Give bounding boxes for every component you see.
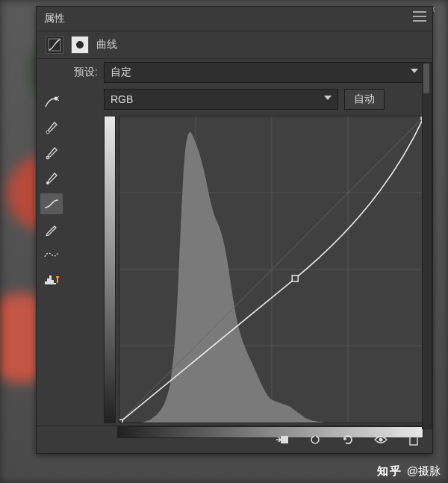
- curves-adjustment-icon: [46, 36, 63, 54]
- preset-label: 预设:: [69, 66, 98, 79]
- adjustment-type-row: 曲线: [37, 31, 432, 59]
- chevron-down-icon: [324, 96, 332, 100]
- panel-title: 属性: [44, 12, 65, 25]
- svg-rect-14: [410, 437, 417, 445]
- previous-state-icon[interactable]: [307, 431, 323, 448]
- preset-value: 自定: [111, 66, 131, 79]
- pencil-icon[interactable]: [40, 219, 63, 240]
- auto-button[interactable]: 自动: [344, 89, 385, 110]
- histogram-icon[interactable]: [40, 269, 63, 290]
- watermark: 知乎 @摄脉: [377, 464, 441, 479]
- curves-graph-wrap: [104, 116, 425, 423]
- histogram: [119, 132, 379, 423]
- scrollbar[interactable]: [422, 62, 432, 429]
- watermark-text: @摄脉: [407, 464, 441, 479]
- eyedropper-white-icon[interactable]: [40, 168, 63, 189]
- smooth-icon[interactable]: [40, 244, 63, 265]
- svg-point-3: [46, 156, 49, 159]
- properties-panel: 属性 曲线: [36, 6, 433, 454]
- curve-point[interactable]: [292, 275, 298, 281]
- curve-point[interactable]: [119, 420, 122, 423]
- svg-rect-11: [281, 436, 288, 443]
- svg-point-4: [46, 181, 49, 184]
- adjustment-type-label: 曲线: [96, 38, 117, 52]
- channel-value: RGB: [111, 93, 133, 105]
- output-gradient-strip: [104, 116, 116, 423]
- curves-area: 预设: 自定 RGB 自动: [66, 59, 432, 428]
- reset-icon[interactable]: [340, 431, 356, 448]
- eyedropper-black-icon[interactable]: [40, 117, 63, 138]
- panel-body: 预设: 自定 RGB 自动: [37, 59, 432, 428]
- watermark-logo: 知乎: [377, 464, 402, 479]
- visibility-icon[interactable]: [373, 431, 389, 448]
- curve-smooth-icon[interactable]: [40, 193, 63, 214]
- target-adjust-icon[interactable]: [40, 92, 63, 113]
- channel-row: RGB 自动: [104, 89, 425, 110]
- svg-point-2: [46, 131, 49, 134]
- channel-dropdown[interactable]: RGB: [104, 89, 338, 110]
- curves-graph[interactable]: [119, 116, 425, 423]
- svg-point-13: [379, 438, 383, 442]
- preset-row: 预设: 自定: [69, 62, 425, 83]
- chevron-down-icon: [411, 69, 418, 73]
- panel-menu-icon[interactable]: [413, 11, 426, 22]
- panel-footer: [37, 426, 432, 453]
- clip-to-layer-icon[interactable]: [274, 431, 290, 448]
- layer-mask-icon[interactable]: [71, 36, 89, 54]
- tool-column: [37, 59, 66, 428]
- curves-svg: [119, 116, 424, 423]
- trash-icon[interactable]: [405, 431, 422, 448]
- preset-dropdown[interactable]: 自定: [104, 62, 425, 83]
- eyedropper-gray-icon[interactable]: [40, 143, 63, 163]
- scrollbar-thumb[interactable]: [423, 63, 429, 93]
- panel-header: 属性: [37, 7, 432, 31]
